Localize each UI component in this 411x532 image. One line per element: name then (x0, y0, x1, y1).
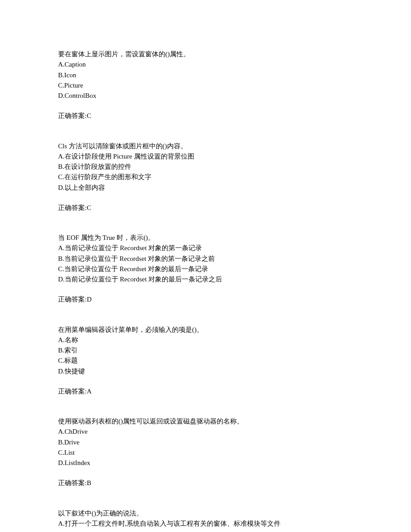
question-block: 以下叙述中()为正确的说法。 A.打开一个工程文件时,系统自动装入与该工程有关的… (58, 508, 353, 529)
option-a: A.打开一个工程文件时,系统自动装入与该工程有关的窗体、标准模块等文件 (58, 519, 353, 529)
question-prompt: 使用驱动器列表框的()属性可以返回或设置磁盘驱动器的名称。 (58, 416, 353, 427)
option-c: C.标题 (58, 356, 353, 366)
question-block: 要在窗体上显示图片，需设置窗体的()属性。 A.Caption B.Icon C… (58, 49, 353, 121)
option-b: B.当前记录位置位于 Recordset 对象的第一条记录之前 (58, 254, 353, 264)
question-block: 在用菜单编辑器设计菜单时，必须输入的项是()。 A.名称 B.索引 C.标题 D… (58, 325, 353, 397)
answer-line: 正确答案:C (58, 203, 353, 213)
option-b: B.索引 (58, 345, 353, 356)
option-c: C.在运行阶段产生的图形和文字 (58, 172, 353, 182)
option-b: B.Drive (58, 437, 353, 448)
option-d: D.当前记录位置位于 Recordset 对象的最后一条记录之后 (58, 274, 353, 285)
option-a: A.名称 (58, 335, 353, 345)
question-prompt: Cls 方法可以清除窗体或图片框中的()内容。 (58, 141, 353, 151)
question-block: 使用驱动器列表框的()属性可以返回或设置磁盘驱动器的名称。 A.ChDrive … (58, 416, 353, 489)
option-a: A.当前记录位置位于 Recordset 对象的第一条记录 (58, 243, 353, 253)
option-c: C.Picture (58, 80, 353, 91)
question-block: 当 EOF 属性为 True 时，表示()。 A.当前记录位置位于 Record… (58, 233, 353, 305)
option-c: C.List (58, 448, 353, 458)
option-d: D.ListIndex (58, 458, 353, 468)
option-d: D.以上全部内容 (58, 183, 353, 193)
answer-line: 正确答案:C (58, 111, 353, 121)
document-page: 要在窗体上显示图片，需设置窗体的()属性。 A.Caption B.Icon C… (0, 0, 411, 532)
option-b: B.在设计阶段放置的控件 (58, 162, 353, 172)
option-a: A.在设计阶段使用 Picture 属性设置的背景位图 (58, 151, 353, 162)
option-d: D.快捷键 (58, 366, 353, 377)
option-a: A.ChDrive (58, 427, 353, 437)
option-b: B.Icon (58, 70, 353, 80)
answer-line: 正确答案:D (58, 294, 353, 305)
question-prompt: 要在窗体上显示图片，需设置窗体的()属性。 (58, 49, 353, 59)
option-c: C.当前记录位置位于 Recordset 对象的最后一条记录 (58, 264, 353, 274)
answer-line: 正确答案:A (58, 386, 353, 397)
option-d: D.ControlBox (58, 91, 353, 101)
question-block: Cls 方法可以清除窗体或图片框中的()内容。 A.在设计阶段使用 Pictur… (58, 141, 353, 214)
question-prompt: 当 EOF 属性为 True 时，表示()。 (58, 233, 353, 243)
question-prompt: 以下叙述中()为正确的说法。 (58, 508, 353, 519)
answer-line: 正确答案:B (58, 478, 353, 488)
option-a: A.Caption (58, 59, 353, 70)
question-prompt: 在用菜单编辑器设计菜单时，必须输入的项是()。 (58, 325, 353, 335)
